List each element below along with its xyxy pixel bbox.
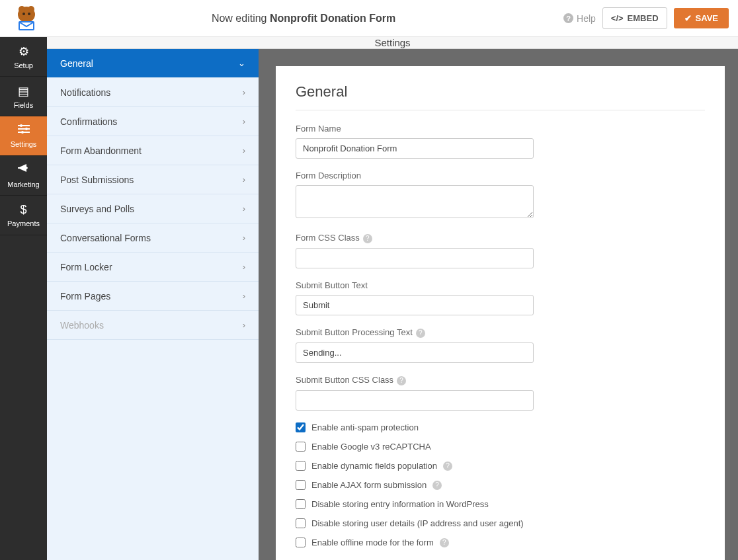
help-icon[interactable]: ?: [432, 481, 442, 490]
help-icon[interactable]: ?: [363, 234, 372, 243]
check-recaptcha: Enable Google v3 reCAPTCHA: [296, 442, 705, 452]
help-icon[interactable]: ?: [440, 538, 449, 547]
sp-label: Form Pages: [60, 291, 110, 301]
form-title: Nonprofit Donation Form: [270, 13, 395, 24]
input-form-css[interactable]: [296, 248, 534, 268]
svg-point-3: [22, 13, 25, 15]
input-submit-processing[interactable]: [296, 342, 534, 363]
nav-label: Settings: [11, 140, 37, 148]
field-submit-css: Submit Button CSS Class?: [296, 375, 705, 411]
checkbox-antispam[interactable]: [296, 422, 306, 432]
checkbox-offline[interactable]: [296, 538, 306, 547]
checkbox-ajax[interactable]: [296, 480, 306, 490]
sp-webhooks[interactable]: Webhooks ›: [47, 311, 259, 340]
field-submit-processing: Submit Button Processing Text?: [296, 327, 705, 363]
check-label: Enable dynamic fields population: [311, 461, 437, 471]
label-form-css: Form CSS Class?: [296, 233, 705, 243]
topbar: Now editing Nonprofit Donation Form ? He…: [0, 0, 738, 37]
check-label: Enable offline mode for the form: [311, 538, 434, 547]
help-icon: ?: [563, 13, 573, 23]
svg-point-12: [21, 131, 24, 134]
save-button[interactable]: ✔ SAVE: [674, 8, 729, 28]
sp-form-pages[interactable]: Form Pages ›: [47, 282, 259, 311]
check-label: Disable storing user details (IP address…: [311, 518, 524, 528]
chevron-down-icon: ⌄: [238, 58, 245, 68]
nav-setup[interactable]: ⚙ Setup: [0, 37, 47, 77]
fields-icon: ▤: [18, 84, 29, 99]
dollar-icon: $: [20, 203, 26, 217]
embed-button[interactable]: </> EMBED: [602, 7, 667, 29]
gear-icon: ⚙: [19, 44, 29, 59]
check-label: Enable AJAX form submission: [311, 480, 427, 490]
card-title: General: [296, 83, 705, 110]
chevron-right-icon: ›: [243, 116, 245, 126]
check-label: Enable Google v3 reCAPTCHA: [311, 442, 431, 452]
check-icon: ✔: [684, 13, 692, 23]
checkbox-recaptcha[interactable]: [296, 442, 306, 452]
label-submit-css: Submit Button CSS Class?: [296, 375, 705, 385]
sp-confirmations[interactable]: Confirmations ›: [47, 107, 259, 136]
checkbox-disable-userdetails[interactable]: [296, 518, 306, 528]
sp-notifications[interactable]: Notifications ›: [47, 78, 259, 107]
help-icon[interactable]: ?: [397, 376, 406, 385]
sp-label: Webhooks: [60, 320, 104, 331]
sp-label: Form Abandonment: [60, 145, 142, 156]
checkbox-dynamic-fields[interactable]: [296, 461, 306, 471]
check-label: Enable anti-spam protection: [311, 422, 419, 432]
sliders-icon: [17, 124, 30, 138]
sp-surveys-polls[interactable]: Surveys and Polls ›: [47, 194, 259, 223]
megaphone-icon: [17, 163, 30, 178]
chevron-right-icon: ›: [243, 87, 245, 97]
sp-label: Confirmations: [60, 116, 117, 127]
checkbox-disable-entry[interactable]: [296, 499, 306, 509]
sp-post-submissions[interactable]: Post Submissions ›: [47, 165, 259, 194]
input-submit-css[interactable]: [296, 390, 534, 411]
app-logo: [9, 4, 44, 33]
editing-prefix: Now editing: [212, 13, 270, 24]
nav-rail: ⚙ Setup ▤ Fields Settings Marketing $ Pa…: [0, 37, 47, 560]
svg-point-2: [28, 6, 34, 13]
nav-label: Marketing: [7, 180, 39, 188]
sp-form-locker[interactable]: Form Locker ›: [47, 253, 259, 282]
check-disable-userdetails: Disable storing user details (IP address…: [296, 518, 705, 528]
settings-card: General Form Name Form Description Form …: [276, 66, 725, 560]
label-submit-text: Submit Button Text: [296, 280, 705, 290]
help-link[interactable]: ? Help: [563, 13, 596, 24]
check-dynamic-fields: Enable dynamic fields population ?: [296, 461, 705, 471]
svg-point-1: [19, 6, 25, 13]
input-form-name[interactable]: [296, 138, 534, 159]
sp-form-abandonment[interactable]: Form Abandonment ›: [47, 136, 259, 165]
sp-conversational[interactable]: Conversational Forms ›: [47, 223, 259, 253]
chevron-right-icon: ›: [243, 291, 245, 301]
svg-point-4: [28, 13, 30, 15]
help-icon[interactable]: ?: [443, 461, 452, 471]
code-icon: </>: [611, 13, 624, 23]
help-label: Help: [577, 13, 596, 24]
save-label: SAVE: [696, 13, 718, 23]
label-submit-processing: Submit Button Processing Text?: [296, 327, 705, 338]
nav-settings[interactable]: Settings: [0, 116, 47, 156]
nav-payments[interactable]: $ Payments: [0, 196, 47, 235]
chevron-right-icon: ›: [243, 233, 245, 243]
sp-label: Post Submissions: [60, 175, 134, 185]
columns: General ⌄ Notifications › Confirmations …: [47, 49, 738, 560]
svg-point-11: [25, 128, 28, 130]
input-submit-text[interactable]: [296, 295, 534, 315]
nav-marketing[interactable]: Marketing: [0, 156, 47, 196]
chevron-right-icon: ›: [243, 204, 245, 214]
label-form-description: Form Description: [296, 171, 705, 180]
check-antispam: Enable anti-spam protection: [296, 422, 705, 432]
field-form-description: Form Description: [296, 171, 705, 221]
sp-label: General: [60, 58, 93, 69]
input-form-description[interactable]: [296, 185, 534, 218]
content-area: General Form Name Form Description Form …: [259, 49, 738, 560]
sp-label: Notifications: [60, 87, 110, 98]
nav-fields[interactable]: ▤ Fields: [0, 77, 47, 116]
check-ajax: Enable AJAX form submission ?: [296, 480, 705, 490]
help-icon[interactable]: ?: [416, 329, 425, 338]
sp-general[interactable]: General ⌄: [47, 49, 259, 78]
svg-point-10: [20, 124, 22, 127]
editing-title: Now editing Nonprofit Donation Form: [44, 13, 563, 24]
topbar-actions: ? Help </> EMBED ✔ SAVE: [563, 7, 729, 29]
check-label: Disable storing entry information in Wor…: [311, 499, 489, 509]
